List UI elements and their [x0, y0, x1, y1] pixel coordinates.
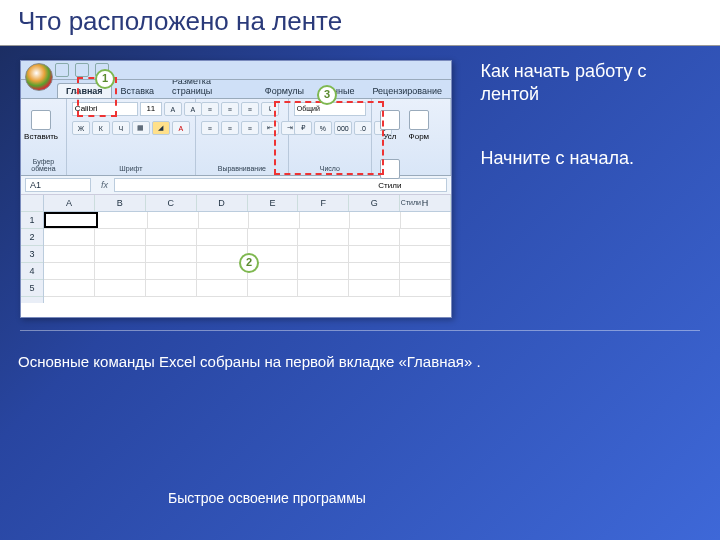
separator: [20, 330, 700, 331]
indent-less-button[interactable]: ⇤: [261, 121, 279, 135]
italic-button[interactable]: К: [92, 121, 110, 135]
font-color-button[interactable]: A: [172, 121, 190, 135]
paste-button[interactable]: Вставить: [26, 102, 56, 148]
align-middle-button[interactable]: ≡: [221, 102, 239, 116]
qat-undo-icon[interactable]: [75, 63, 89, 77]
cond-format-label: Усл: [383, 132, 396, 141]
col-header[interactable]: F: [298, 195, 349, 211]
comma-button[interactable]: 000: [334, 121, 352, 135]
align-top-button[interactable]: ≡: [201, 102, 219, 116]
cond-format-icon: [380, 110, 400, 130]
bold-button[interactable]: Ж: [72, 121, 90, 135]
number-group-label: Число: [294, 163, 366, 172]
cell-styles-button[interactable]: Стили: [377, 151, 403, 197]
alignment-group-label: Выравнивание: [201, 163, 283, 172]
col-header[interactable]: C: [146, 195, 197, 211]
font-name-combo[interactable]: Calibri: [72, 102, 138, 116]
row-header[interactable]: 2: [21, 229, 43, 246]
group-clipboard: Вставить Буфер обмена: [21, 99, 67, 175]
styles-group-label: Стили: [377, 197, 445, 206]
tab-formulas[interactable]: Формулы: [256, 83, 313, 98]
callout-2: 2: [239, 253, 259, 273]
select-all-corner[interactable]: [21, 195, 44, 212]
currency-button[interactable]: ₽: [294, 121, 312, 135]
worksheet: 1 2 3 4 5 A B C D E F G H: [21, 195, 451, 303]
group-styles: Усл Форм Стили Стили: [372, 99, 451, 175]
excel-screenshot: 1 Главная Вставка Разметка страницы Форм…: [20, 60, 452, 318]
slide-title: Что расположено на ленте: [18, 6, 702, 37]
align-right-button[interactable]: ≡: [241, 121, 259, 135]
group-number: Общий ₽ % 000 .0 .0 Число: [289, 99, 372, 175]
fx-icon[interactable]: fx: [101, 180, 108, 190]
tab-review[interactable]: Рецензирование: [364, 83, 452, 98]
clipboard-group-label: Буфер обмена: [26, 156, 61, 172]
side-text: Как начать работу с лентой Начните с нач…: [480, 60, 700, 170]
qat-save-icon[interactable]: [55, 63, 69, 77]
row-header[interactable]: 3: [21, 246, 43, 263]
name-box[interactable]: A1: [25, 178, 91, 192]
office-button[interactable]: [25, 63, 53, 91]
title-bar: Что расположено на ленте: [0, 0, 720, 46]
side-text-2: Начните с начала.: [480, 147, 700, 170]
body-text: Основные команды Excel собраны на первой…: [18, 353, 720, 370]
underline-button[interactable]: Ч: [112, 121, 130, 135]
cond-format-button[interactable]: Усл: [377, 102, 403, 148]
orientation-button[interactable]: ⤹: [261, 102, 279, 116]
window-titlebar: [21, 61, 451, 80]
col-header[interactable]: A: [44, 195, 95, 211]
align-center-button[interactable]: ≡: [221, 121, 239, 135]
group-alignment: ≡ ≡ ≡ ⤹ ≡ ≡ ≡ ⇤ ⇥ Выравниван: [196, 99, 289, 175]
row-header[interactable]: 5: [21, 280, 43, 297]
col-header[interactable]: E: [248, 195, 299, 211]
cell-styles-label: Стили: [378, 181, 401, 190]
fill-color-button[interactable]: ◢: [152, 121, 170, 135]
row-headers: 1 2 3 4 5: [21, 195, 44, 303]
row-header[interactable]: 1: [21, 212, 43, 229]
col-header[interactable]: B: [95, 195, 146, 211]
percent-button[interactable]: %: [314, 121, 332, 135]
callout-3: 3: [317, 85, 337, 105]
font-group-label: Шрифт: [72, 163, 190, 172]
col-header[interactable]: D: [197, 195, 248, 211]
cell-A1[interactable]: [44, 212, 98, 228]
inc-decimal-button[interactable]: .0: [354, 121, 372, 135]
footer-text: Быстрое освоение программы: [168, 490, 720, 506]
side-text-1: Как начать работу с лентой: [480, 60, 700, 107]
grow-font-button[interactable]: A: [164, 102, 182, 116]
align-left-button[interactable]: ≡: [201, 121, 219, 135]
format-table-icon: [409, 110, 429, 130]
callout-1: 1: [95, 69, 115, 89]
ribbon: Вставить Буфер обмена Calibri 11 A A: [21, 99, 451, 176]
border-button[interactable]: ▦: [132, 121, 150, 135]
format-table-button[interactable]: Форм: [406, 102, 432, 148]
font-size-combo[interactable]: 11: [140, 102, 162, 116]
align-bottom-button[interactable]: ≡: [241, 102, 259, 116]
ribbon-tabs: Главная Вставка Разметка страницы Формул…: [21, 80, 451, 99]
tab-insert[interactable]: Вставка: [112, 83, 163, 98]
paste-label: Вставить: [24, 132, 58, 141]
format-table-label: Форм: [409, 132, 429, 141]
paste-icon: [31, 110, 51, 130]
group-font: Calibri 11 A A Ж К Ч ▦ ◢ A: [67, 99, 196, 175]
cell-styles-icon: [380, 159, 400, 179]
row-header[interactable]: 4: [21, 263, 43, 280]
